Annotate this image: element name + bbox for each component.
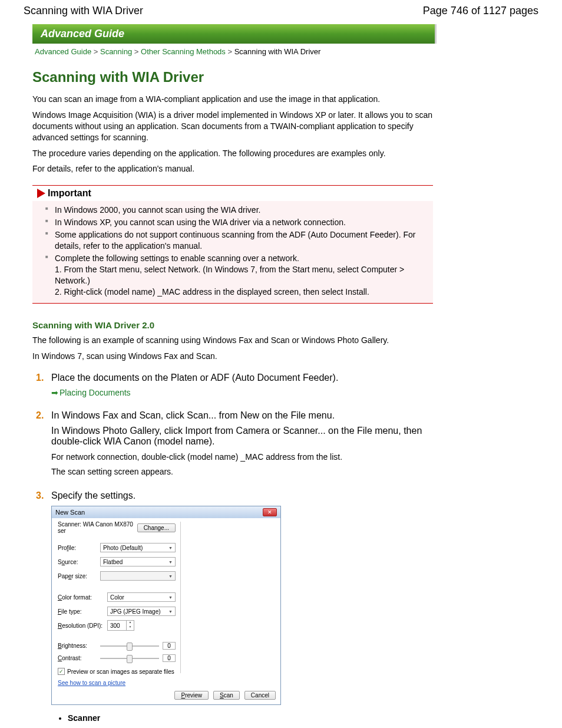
important-item: Some applications do not support continu…: [45, 229, 433, 252]
step-3: Specify the settings. New Scan ✕ Scanner…: [32, 490, 433, 723]
breadcrumb-link-2[interactable]: Other Scanning Methods: [141, 47, 226, 56]
chevron-down-icon: ▼: [168, 610, 173, 614]
important-item: In Windows 2000, you cannot scan using t…: [45, 205, 433, 216]
header-title: Scanning with WIA Driver: [24, 5, 143, 17]
help-link[interactable]: See how to scan a picture: [58, 680, 125, 686]
res-label: Resolution (DPI):: [58, 622, 107, 629]
step-2-head: In Windows Fax and Scan, click Scan... f…: [51, 410, 433, 421]
chevron-down-icon: ▼: [168, 560, 173, 564]
placing-documents-link[interactable]: Placing Documents: [59, 388, 131, 397]
paper-select[interactable]: ▼: [100, 571, 176, 581]
change-button[interactable]: Change...: [137, 523, 176, 532]
color-select[interactable]: Color▼: [107, 592, 176, 602]
intro-p4: For details, refer to the application's …: [32, 163, 433, 174]
dialog-title: New Scan: [55, 509, 85, 516]
separate-files-checkbox[interactable]: ✓: [58, 668, 65, 675]
new-scan-dialog: New Scan ✕ Scanner: WIA Canon MX870 ser …: [51, 506, 281, 705]
step-1: Place the documents on the Platen or ADF…: [32, 373, 433, 397]
contrast-value: 0: [163, 654, 176, 662]
chevron-down-icon: ▼: [168, 546, 173, 550]
contrast-slider[interactable]: [100, 658, 159, 659]
preview-area: [180, 522, 277, 673]
subheading-wia20: Scanning with WIA Driver 2.0: [32, 320, 433, 330]
breadcrumb-sep: >: [227, 47, 234, 56]
close-icon[interactable]: ✕: [263, 508, 277, 516]
brightness-value: 0: [163, 642, 176, 650]
chevron-down-icon: ▼: [168, 595, 173, 599]
file-label: File type:: [58, 608, 107, 615]
intro-p1: You can scan an image from a WIA-complia…: [32, 94, 433, 105]
step-2-p3: The scan setting screen appears.: [51, 466, 433, 477]
important-label: Important: [48, 188, 91, 199]
step-2-p2: For network connection, double-click (mo…: [51, 452, 433, 463]
intro-p3: The procedure varies depending on the ap…: [32, 148, 433, 159]
scanner-label: Scanner: WIA Canon MX870 ser: [58, 521, 137, 534]
term-scanner: Scanner: [68, 713, 433, 723]
step-2-p1: In Windows Photo Gallery, click Import f…: [51, 426, 433, 447]
intro-p2: Windows Image Acquisition (WIA) is a dri…: [32, 110, 433, 143]
file-select[interactable]: JPG (JPEG Image)▼: [107, 607, 176, 616]
checkbox-label: Preview or scan images as separate files: [67, 668, 174, 675]
breadcrumb: Advanced Guide > Scanning > Other Scanni…: [32, 46, 538, 58]
source-label: Source:: [58, 559, 100, 565]
breadcrumb-sep: >: [134, 47, 141, 56]
chevron-down-icon: ▼: [168, 574, 173, 578]
chevron-down-icon[interactable]: ▼: [127, 625, 134, 630]
file-value: JPG (JPEG Image): [110, 608, 161, 615]
color-value: Color: [110, 594, 124, 601]
preview-button[interactable]: Preview: [174, 691, 209, 700]
breadcrumb-sep: >: [94, 47, 100, 56]
source-select[interactable]: Flatbed▼: [100, 557, 176, 566]
scan-button[interactable]: Scan: [213, 691, 240, 700]
sub-p1: The following is an example of scanning …: [32, 335, 433, 346]
source-value: Flatbed: [103, 559, 123, 565]
brightness-label: Brightness:: [58, 643, 100, 649]
profile-value: Photo (Default): [103, 545, 143, 551]
step-3-head: Specify the settings.: [51, 490, 433, 501]
breadcrumb-current: Scanning with WIA Driver: [234, 47, 321, 56]
paper-label: Paper size:: [58, 573, 100, 579]
step-1-head: Place the documents on the Platen or ADF…: [51, 373, 433, 383]
important-box: Important In Windows 2000, you cannot sc…: [32, 185, 433, 304]
contrast-label: Contrast:: [58, 655, 100, 661]
page-header: Scanning with WIA Driver Page 746 of 112…: [0, 0, 562, 19]
breadcrumb-link-0[interactable]: Advanced Guide: [35, 47, 91, 56]
breadcrumb-link-1[interactable]: Scanning: [100, 47, 132, 56]
flag-icon: [37, 189, 45, 198]
page-title: Scanning with WIA Driver: [32, 69, 538, 85]
banner-advanced-guide: Advanced Guide: [32, 24, 437, 44]
important-item: In Windows XP, you cannot scan using the…: [45, 217, 433, 228]
profile-select[interactable]: Photo (Default)▼: [100, 543, 176, 552]
page-counter: Page 746 of 1127 pages: [423, 5, 538, 17]
color-label: Color format:: [58, 594, 107, 601]
brightness-slider[interactable]: [100, 645, 159, 647]
resolution-stepper[interactable]: 300 ▲▼: [107, 620, 134, 631]
profile-label: Profile:: [58, 545, 100, 551]
important-item: Complete the following settings to enabl…: [45, 253, 433, 298]
arrow-right-icon: ➡: [51, 388, 58, 397]
step-2: In Windows Fax and Scan, click Scan... f…: [32, 410, 433, 477]
cancel-button[interactable]: Cancel: [244, 691, 276, 700]
res-value: 300: [108, 622, 126, 629]
sub-p2: In Windows 7, scan using Windows Fax and…: [32, 351, 433, 362]
